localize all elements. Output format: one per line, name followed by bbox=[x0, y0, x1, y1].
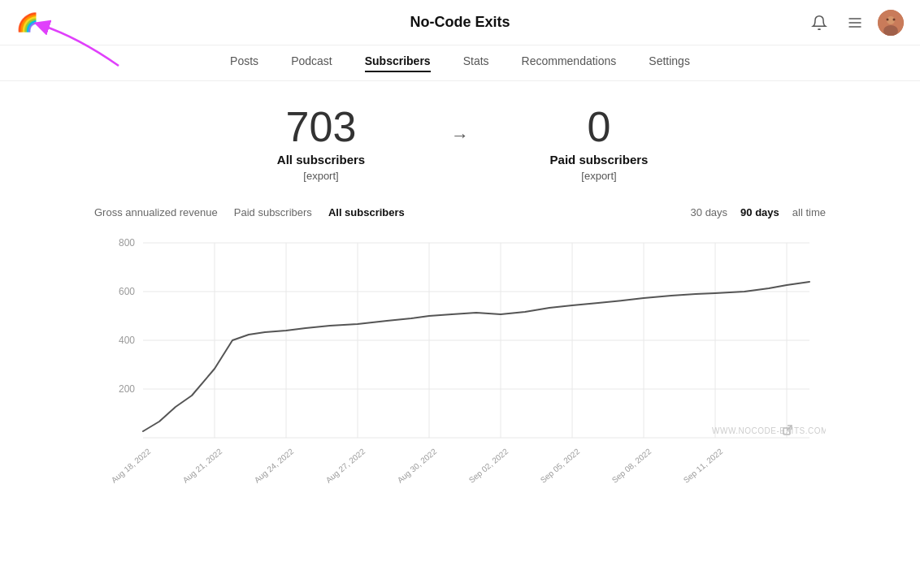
chart-tabs: Gross annualized revenue Paid subscriber… bbox=[94, 206, 405, 218]
time-tab-30[interactable]: 30 days bbox=[691, 206, 728, 218]
svg-text:400: 400 bbox=[119, 335, 135, 346]
svg-text:Sep 02, 2022: Sep 02, 2022 bbox=[467, 447, 510, 485]
time-tab-90[interactable]: 90 days bbox=[740, 206, 779, 218]
svg-text:Aug 30, 2022: Aug 30, 2022 bbox=[396, 447, 439, 485]
header-actions bbox=[806, 10, 904, 36]
svg-point-7 bbox=[893, 18, 896, 20]
menu-icon bbox=[847, 15, 863, 31]
nav-podcast[interactable]: Podcast bbox=[291, 54, 332, 72]
time-tab-all[interactable]: all time bbox=[792, 206, 826, 218]
arrow-connector: → bbox=[451, 125, 469, 146]
svg-text:Sep 08, 2022: Sep 08, 2022 bbox=[610, 447, 653, 485]
all-subscribers-count: 703 bbox=[240, 106, 402, 148]
stats-row: 703 All subscribers [export] → 0 Paid su… bbox=[16, 106, 904, 182]
bell-icon bbox=[811, 15, 827, 31]
svg-text:Aug 18, 2022: Aug 18, 2022 bbox=[110, 447, 153, 485]
nav-subscribers[interactable]: Subscribers bbox=[365, 54, 431, 72]
paid-subscribers-count: 0 bbox=[518, 106, 680, 148]
subscribers-chart: 800 600 400 200 bbox=[94, 227, 826, 486]
notifications-button[interactable] bbox=[806, 10, 832, 36]
avatar-image bbox=[878, 10, 904, 36]
avatar[interactable] bbox=[878, 10, 904, 36]
chart-controls: Gross annualized revenue Paid subscriber… bbox=[94, 206, 826, 218]
svg-point-6 bbox=[887, 18, 889, 20]
svg-text:WWW.NOCODE-EXITS.COM: WWW.NOCODE-EXITS.COM bbox=[712, 426, 826, 435]
time-tabs: 30 days 90 days all time bbox=[691, 206, 826, 218]
menu-button[interactable] bbox=[842, 10, 868, 36]
logo[interactable]: 🌈 bbox=[16, 12, 38, 33]
svg-text:Aug 21, 2022: Aug 21, 2022 bbox=[181, 447, 224, 485]
svg-text:200: 200 bbox=[119, 383, 135, 395]
svg-text:800: 800 bbox=[119, 237, 135, 249]
svg-text:Aug 24, 2022: Aug 24, 2022 bbox=[253, 447, 296, 485]
header: 🌈 No-Code Exits bbox=[0, 0, 920, 45]
nav-posts[interactable]: Posts bbox=[230, 54, 258, 72]
chart-section: Gross annualized revenue Paid subscriber… bbox=[94, 206, 826, 486]
svg-text:Sep 05, 2022: Sep 05, 2022 bbox=[539, 447, 582, 485]
site-title: No-Code Exits bbox=[410, 14, 510, 31]
chart-tab-revenue[interactable]: Gross annualized revenue bbox=[94, 206, 218, 218]
nav-settings[interactable]: Settings bbox=[649, 54, 690, 72]
chart-tab-paid[interactable]: Paid subscribers bbox=[234, 206, 312, 218]
nav-stats[interactable]: Stats bbox=[463, 54, 489, 72]
logo-emoji: 🌈 bbox=[16, 12, 38, 32]
paid-subscribers-label: Paid subscribers bbox=[518, 153, 680, 166]
paid-subscribers-export[interactable]: [export] bbox=[518, 170, 680, 182]
main-content: 703 All subscribers [export] → 0 Paid su… bbox=[0, 81, 920, 486]
chart-tab-all[interactable]: All subscribers bbox=[328, 206, 405, 218]
nav-recommendations[interactable]: Recommendations bbox=[522, 54, 617, 72]
chart-container: 800 600 400 200 bbox=[94, 227, 826, 486]
paid-subscribers-block: 0 Paid subscribers [export] bbox=[518, 106, 680, 182]
all-subscribers-label: All subscribers bbox=[240, 153, 402, 166]
svg-text:Aug 27, 2022: Aug 27, 2022 bbox=[324, 447, 367, 485]
all-subscribers-block: 703 All subscribers [export] bbox=[240, 106, 402, 182]
svg-text:Sep 11, 2022: Sep 11, 2022 bbox=[682, 447, 725, 485]
main-nav: Posts Podcast Subscribers Stats Recommen… bbox=[0, 45, 920, 81]
all-subscribers-export[interactable]: [export] bbox=[240, 170, 402, 182]
svg-text:600: 600 bbox=[119, 286, 135, 297]
